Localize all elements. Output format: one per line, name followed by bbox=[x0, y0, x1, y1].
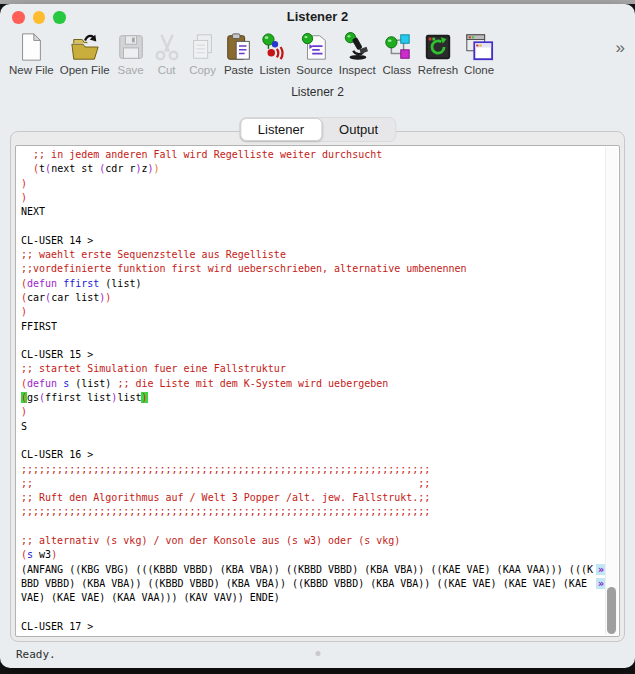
code-line: BBD VBBD) (KBA VBA)) ((KBBD VBBD) (KBA V… bbox=[21, 577, 602, 591]
code-line: ;; Ruft den Algorithmus auf / Welt 3 Pop… bbox=[21, 491, 602, 505]
code-line: CL-USER 14 > bbox=[21, 234, 602, 248]
code-line: FFIRST bbox=[21, 320, 602, 334]
code-line: (defun ffirst (list) bbox=[21, 277, 602, 291]
toolbar-button-label: Listen bbox=[260, 64, 291, 76]
code-line bbox=[21, 219, 602, 233]
code-line: ;; waehlt erste Sequenzstelle aus Regell… bbox=[21, 248, 602, 262]
code-line: ) bbox=[21, 177, 602, 191]
toolbar-button-label: Refresh bbox=[418, 64, 458, 76]
toolbar-button-listen[interactable]: Listen bbox=[257, 32, 294, 76]
copy-icon bbox=[188, 32, 218, 62]
resize-dot bbox=[315, 651, 320, 656]
refresh-icon bbox=[423, 32, 453, 62]
code-line: ;; startet Simulation fuer eine Fallstru… bbox=[21, 362, 602, 376]
code-line: ) bbox=[21, 191, 602, 205]
vertical-scrollbar[interactable] bbox=[605, 147, 618, 635]
toolbar-button-label: New File bbox=[9, 64, 54, 76]
code-line: S bbox=[21, 420, 602, 434]
code-line: (t(next st (cdr r)z)) bbox=[21, 162, 602, 176]
inspect-icon bbox=[342, 32, 372, 62]
code-line: (gs(ffirst list)list) bbox=[21, 391, 602, 405]
screen: Listener 2 New FileOpen FileSaveCutCopyP… bbox=[0, 0, 635, 674]
code-line: ) bbox=[21, 405, 602, 419]
toolbar-button-clone[interactable]: Clone bbox=[461, 32, 497, 76]
listen-icon bbox=[260, 32, 290, 62]
code-line: CL-USER 16 > bbox=[21, 448, 602, 462]
code-line: VAE) (KAE VAE) (KAA VAA))) (KAV VAV)) EN… bbox=[21, 591, 602, 605]
toolbar-button-label: Paste bbox=[224, 64, 253, 76]
toolbar-button-source[interactable]: Source bbox=[293, 32, 335, 76]
toolbar-button-inspect[interactable]: Inspect bbox=[336, 32, 379, 76]
code-line: ;; alternativ (s vkg) / von der Konsole … bbox=[21, 534, 602, 548]
code-line: ) bbox=[21, 305, 602, 319]
code-line: (car(car list)) bbox=[21, 291, 602, 305]
window-title: Listener 2 bbox=[0, 9, 635, 24]
toolbar-overflow-chevron-icon[interactable]: » bbox=[616, 38, 625, 58]
code-line: ;; ;; bbox=[21, 477, 602, 491]
toolbar-button-new-file[interactable]: New File bbox=[6, 32, 57, 76]
scrollbar-thumb[interactable] bbox=[607, 587, 616, 634]
code-line bbox=[21, 520, 602, 534]
tab-listener[interactable]: Listener bbox=[240, 118, 322, 141]
toolbar-button-label: Clone bbox=[464, 64, 494, 76]
toolbar-button-label: Source bbox=[296, 64, 332, 76]
toolbar-button-label: Class bbox=[382, 64, 411, 76]
open-file-icon bbox=[70, 32, 100, 62]
main-area: ListenerOutput ;; in jedem anderen Fall … bbox=[0, 98, 635, 668]
toolbar-button-paste[interactable]: Paste bbox=[221, 32, 257, 76]
tab-bar: ListenerOutput bbox=[239, 117, 396, 142]
save-icon bbox=[116, 32, 146, 62]
listener-editor[interactable]: ;; in jedem anderen Fall wird Regelliste… bbox=[15, 145, 620, 637]
listener-window: Listener 2 New FileOpen FileSaveCutCopyP… bbox=[0, 4, 635, 668]
repl-text[interactable]: ;; in jedem anderen Fall wird Regelliste… bbox=[21, 148, 602, 634]
code-line: (ANFANG ((KBG VBG) (((KBBD VBBD) (KBA VB… bbox=[21, 563, 602, 577]
tab-output[interactable]: Output bbox=[322, 118, 395, 141]
code-line: ;;vordefinierte funktion first wird uebe… bbox=[21, 262, 602, 276]
class-icon bbox=[382, 32, 412, 62]
code-line bbox=[21, 606, 602, 620]
clone-icon bbox=[464, 32, 494, 62]
toolbar-button-label: Copy bbox=[189, 64, 216, 76]
status-message: Ready. bbox=[16, 648, 56, 661]
code-line: NEXT bbox=[21, 205, 602, 219]
toolbar-button-label: Save bbox=[117, 64, 143, 76]
code-line: CL-USER 17 > bbox=[21, 620, 602, 634]
toolbar-button-cut: Cut bbox=[149, 32, 185, 76]
toolbar: New FileOpen FileSaveCutCopyPasteListenS… bbox=[0, 30, 635, 82]
code-line bbox=[21, 434, 602, 448]
code-line: ;;;;;;;;;;;;;;;;;;;;;;;;;;;;;;;;;;;;;;;;… bbox=[21, 505, 602, 519]
toolbar-button-save: Save bbox=[113, 32, 149, 76]
code-line: CL-USER 15 > bbox=[21, 348, 602, 362]
listener-groupbox: ;; in jedem anderen Fall wird Regelliste… bbox=[10, 131, 625, 642]
toolbar-button-refresh[interactable]: Refresh bbox=[415, 32, 461, 76]
code-line: ;; in jedem anderen Fall wird Regelliste… bbox=[21, 148, 602, 162]
toolbar-button-label: Inspect bbox=[339, 64, 376, 76]
toolbar-button-label: Cut bbox=[158, 64, 176, 76]
code-line: ;;;;;;;;;;;;;;;;;;;;;;;;;;;;;;;;;;;;;;;;… bbox=[21, 463, 602, 477]
source-icon bbox=[300, 32, 330, 62]
code-line: (s w3) bbox=[21, 548, 602, 562]
toolbar-button-copy: Copy bbox=[185, 32, 221, 76]
status-bar: Ready. bbox=[0, 642, 635, 668]
cut-icon bbox=[152, 32, 182, 62]
paste-icon bbox=[224, 32, 254, 62]
toolbar-button-class[interactable]: Class bbox=[379, 32, 415, 76]
code-line bbox=[21, 334, 602, 348]
title-bar[interactable]: Listener 2 bbox=[0, 4, 635, 30]
toolbar-button-label: Open File bbox=[60, 64, 110, 76]
toolbar-button-open-file[interactable]: Open File bbox=[57, 32, 113, 76]
new-file-icon bbox=[16, 32, 46, 62]
code-line: (defun s (list) ;; die Liste mit dem K-S… bbox=[21, 377, 602, 391]
